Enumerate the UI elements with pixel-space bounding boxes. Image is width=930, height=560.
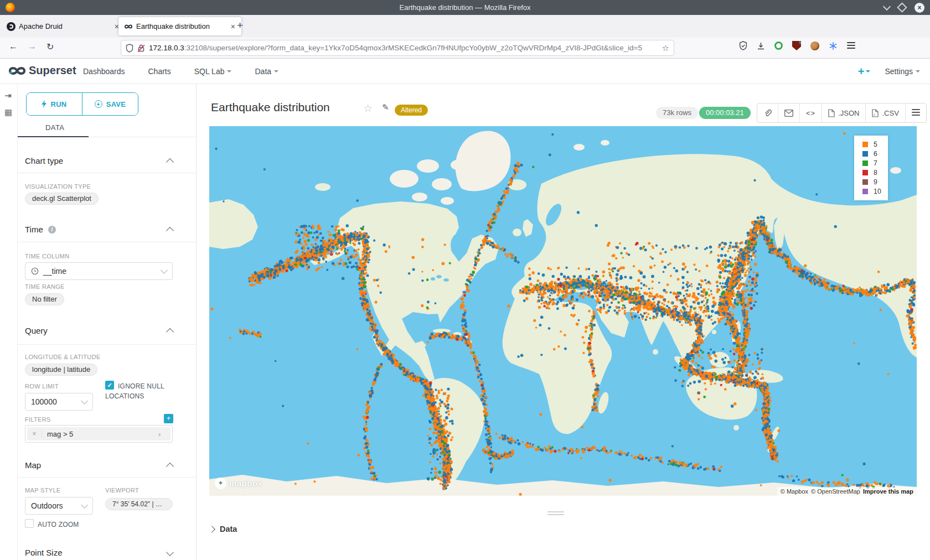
legend-item[interactable]: 6 bbox=[862, 150, 881, 158]
chevron-down-icon[interactable] bbox=[166, 548, 174, 556]
legend-label: 6 bbox=[874, 150, 877, 158]
save-label: SAVE bbox=[106, 100, 126, 108]
add-new-button[interactable]: + bbox=[858, 65, 871, 78]
chevron-up-icon[interactable] bbox=[166, 463, 174, 470]
save-button[interactable]: + SAVE bbox=[82, 93, 138, 115]
legend-item[interactable]: 5 bbox=[862, 141, 881, 148]
reload-button[interactable]: ↻ bbox=[46, 42, 54, 52]
navbar-item-dashboards[interactable]: Dashboards bbox=[83, 67, 125, 76]
time-range-value[interactable]: No filter bbox=[25, 293, 64, 305]
extension-green-icon[interactable] bbox=[774, 42, 783, 50]
navbar-item-charts[interactable]: Charts bbox=[148, 67, 171, 76]
chevron-up-icon[interactable] bbox=[166, 227, 174, 235]
tab-close-icon[interactable]: × bbox=[229, 22, 237, 31]
svg-text:x: x bbox=[874, 113, 875, 116]
improve-map-link[interactable]: Improve this map bbox=[863, 488, 913, 495]
url-host: 172.18.0.3 bbox=[149, 44, 184, 52]
shield-permissions-icon[interactable] bbox=[126, 44, 133, 53]
legend-item[interactable]: 9 bbox=[862, 178, 881, 186]
viz-type-value[interactable]: deck.gl Scatterplot bbox=[25, 193, 99, 205]
legend-item[interactable]: 7 bbox=[862, 159, 881, 167]
navbar-item-label: Dashboards bbox=[83, 67, 125, 76]
ublock-extension-icon[interactable]: 2 bbox=[792, 41, 801, 50]
info-icon[interactable]: i bbox=[48, 226, 56, 234]
run-label: RUN bbox=[50, 100, 66, 108]
embed-code-button[interactable]: <> bbox=[800, 103, 822, 122]
section-query[interactable]: Query bbox=[25, 326, 48, 335]
legend-item[interactable]: 8 bbox=[862, 169, 881, 177]
url-bar[interactable]: 172.18.0.3:32108/superset/explore/?form_… bbox=[121, 40, 674, 56]
expand-panel-icon[interactable]: ⇥ bbox=[4, 91, 12, 101]
run-button[interactable]: RUN bbox=[27, 93, 82, 115]
new-tab-button[interactable]: + bbox=[237, 19, 243, 32]
browser-titlebar: Earthquake distribution — Mozilla Firefo… bbox=[0, 0, 930, 15]
section-time[interactable]: Time bbox=[25, 225, 43, 234]
ignore-null-checkbox[interactable]: ✓ bbox=[105, 381, 114, 390]
tab-data[interactable]: DATA bbox=[45, 123, 64, 132]
mapbox-logo[interactable]: ✦ mapbox bbox=[215, 478, 263, 489]
legend-label: 9 bbox=[874, 178, 877, 186]
downloads-icon[interactable] bbox=[757, 42, 765, 50]
plus-icon: + bbox=[858, 65, 865, 78]
share-link-button[interactable] bbox=[757, 103, 778, 122]
chevron-up-icon[interactable] bbox=[166, 158, 174, 166]
dataset-grid-icon[interactable]: ▦ bbox=[4, 107, 12, 117]
settings-menu[interactable]: Settings bbox=[885, 67, 920, 76]
navbar-item-data[interactable]: Data bbox=[255, 67, 278, 76]
insecure-lock-icon[interactable] bbox=[137, 44, 145, 53]
back-button[interactable]: ← bbox=[9, 42, 18, 51]
cookie-extension-icon[interactable] bbox=[810, 42, 819, 50]
chevron-up-icon[interactable] bbox=[166, 328, 174, 336]
osm-attribution-link[interactable]: © OpenStreetMap bbox=[811, 488, 860, 495]
chevron-right-icon[interactable]: › bbox=[158, 430, 170, 438]
url-text[interactable]: 172.18.0.3:32108/superset/explore/?form_… bbox=[149, 44, 658, 52]
chevron-right-icon bbox=[208, 526, 215, 533]
navbar-item-sql-lab[interactable]: SQL Lab bbox=[194, 67, 232, 76]
lonlat-value[interactable]: longitude | latitude bbox=[25, 364, 97, 376]
tab-apache-druid[interactable]: Apache Druid × bbox=[1, 17, 125, 35]
forward-button[interactable]: → bbox=[28, 42, 37, 51]
data-panel-label: Data bbox=[220, 525, 237, 533]
tab-earthquake-distribution[interactable]: Earthquake distribution × bbox=[118, 17, 241, 35]
row-limit-value: 100000 bbox=[31, 397, 57, 406]
filter-item[interactable]: × mag > 5 › bbox=[27, 427, 170, 440]
section-chart-type[interactable]: Chart type bbox=[25, 156, 63, 165]
active-tab-indicator bbox=[18, 136, 89, 137]
remove-filter-icon[interactable]: × bbox=[27, 430, 42, 438]
export-csv-button[interactable]: x .CSV bbox=[866, 103, 905, 122]
email-button[interactable] bbox=[778, 103, 800, 122]
mapbox-wordmark: mapbox bbox=[229, 479, 263, 488]
map-style-select[interactable]: Outdoors bbox=[25, 497, 93, 515]
viewport-value[interactable]: 7° 35' 54.02" | 31... bbox=[105, 498, 173, 510]
edit-properties-icon[interactable]: ✎ bbox=[382, 102, 389, 112]
data-panel-toggle[interactable]: Data bbox=[209, 525, 237, 533]
ublock-badge: 2 bbox=[799, 39, 805, 44]
export-json-button[interactable]: .JSON bbox=[822, 103, 866, 122]
legend-item[interactable]: 10 bbox=[862, 188, 881, 195]
section-map[interactable]: Map bbox=[25, 460, 41, 470]
snowflake-extension-icon[interactable] bbox=[829, 42, 838, 50]
more-actions-button[interactable] bbox=[906, 103, 926, 122]
menu-icon[interactable] bbox=[847, 41, 855, 50]
mapbox-attribution-link[interactable]: © Mapbox bbox=[781, 488, 808, 495]
add-filter-button[interactable]: + bbox=[164, 414, 173, 423]
row-limit-select[interactable]: 100000 bbox=[25, 393, 93, 411]
deckgl-scatterplot-map[interactable]: 5678910 ✦ mapbox © Mapbox © OpenStreetMa… bbox=[209, 126, 917, 496]
clock-icon bbox=[31, 267, 39, 275]
navbar-item-label: Data bbox=[255, 67, 271, 76]
section-point-size[interactable]: Point Size bbox=[25, 548, 63, 557]
datasource-rail: ⇥ ▦ bbox=[0, 84, 18, 560]
favorite-star-icon[interactable]: ☆ bbox=[363, 102, 373, 115]
window-maximize-icon[interactable] bbox=[897, 2, 907, 12]
bookmark-star-icon[interactable]: ☆ bbox=[662, 43, 669, 53]
time-column-select[interactable]: __time bbox=[25, 262, 173, 280]
legend-swatch-icon bbox=[862, 179, 868, 185]
superset-logo-icon[interactable] bbox=[7, 63, 28, 79]
protections-shield-icon[interactable] bbox=[739, 41, 747, 50]
superset-brand[interactable]: Superset bbox=[29, 64, 76, 77]
auto-zoom-checkbox[interactable] bbox=[25, 519, 34, 528]
window-shade-icon[interactable] bbox=[883, 2, 891, 10]
panel-resize-handle[interactable] bbox=[547, 511, 564, 517]
window-close-icon[interactable]: × bbox=[914, 3, 924, 13]
export-csv-label: .CSV bbox=[882, 109, 898, 117]
